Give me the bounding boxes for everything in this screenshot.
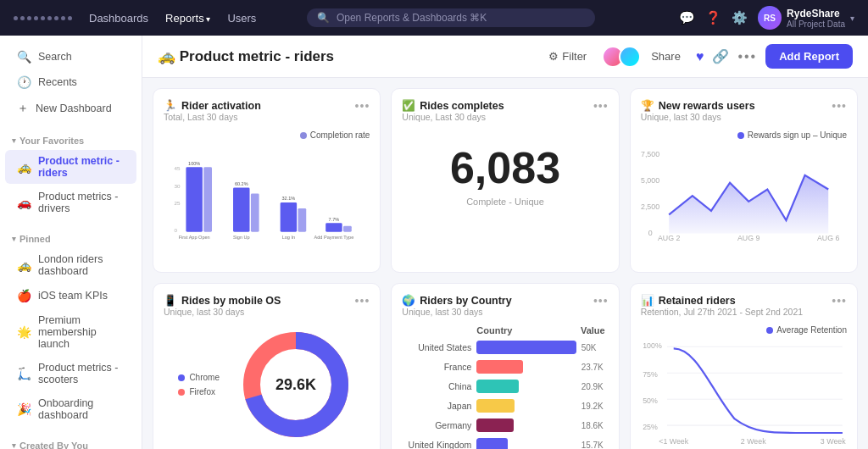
clock-icon: 🕐 <box>17 75 31 89</box>
sidebar-new-dashboard-label: New Dashboard <box>36 103 112 114</box>
header-actions: ⚙ Filter Share ♥ 🔗 ••• Add Report <box>542 44 853 69</box>
card-title-text: New rewards users <box>659 100 755 112</box>
svg-rect-8 <box>233 188 249 232</box>
card-title-text: Rider activation <box>181 100 261 112</box>
svg-rect-13 <box>298 208 307 232</box>
nav-users[interactable]: Users <box>227 12 256 25</box>
share-button[interactable]: Share <box>644 47 687 66</box>
card-icon: 🏃 <box>164 99 177 112</box>
svg-text:Log In: Log In <box>282 235 295 240</box>
sidebar-favorites-section: ▾ Your Favorites <box>0 129 142 149</box>
sidebar-recents[interactable]: 🕐 Recents <box>5 70 136 94</box>
svg-text:50%: 50% <box>643 396 658 405</box>
big-number: 6,083 <box>402 146 608 190</box>
filter-button[interactable]: ⚙ Filter <box>542 47 593 66</box>
svg-text:Add Payment Type: Add Payment Type <box>314 235 354 240</box>
svg-rect-5 <box>203 167 212 231</box>
firefox-dot <box>178 389 185 396</box>
sidebar-new-dashboard[interactable]: ＋ New Dashboard <box>5 96 136 121</box>
nav-dashboards[interactable]: Dashboards <box>89 12 148 25</box>
legend-item-chrome: Chrome <box>178 373 220 382</box>
plus-icon: ＋ <box>17 101 29 116</box>
sidebar-item-ios-kpis[interactable]: 🍎 iOS team KPIs <box>5 284 136 308</box>
chevron-icon: ▾ <box>12 136 16 145</box>
global-search[interactable]: 🔍 Open Reports & Dashboards ⌘K <box>307 8 595 27</box>
sidebar-item-label: Product metric - riders <box>38 155 125 179</box>
app-dots-icon[interactable] <box>14 16 72 20</box>
help-icon[interactable]: ❓ <box>705 10 721 25</box>
main-content: 🚕 Product metric - riders ⚙ Filter Share… <box>142 36 868 449</box>
user-menu[interactable]: RS RydeShare All Project Data ▾ <box>758 6 854 30</box>
card-icon: 📊 <box>641 294 654 307</box>
card-menu-button[interactable]: ••• <box>593 99 609 113</box>
card-menu-button[interactable]: ••• <box>355 294 370 308</box>
sidebar-pinned-section: ▾ Pinned <box>0 227 142 247</box>
card-subtitle: Retention, Jul 27th 2021 - Sept 2nd 2021 <box>641 307 803 317</box>
country-row: United States 50K <box>402 341 608 354</box>
card-menu-button[interactable]: ••• <box>355 99 370 113</box>
chat-icon[interactable]: 💬 <box>679 10 695 25</box>
card-icon: 🌍 <box>402 294 415 307</box>
card-subtitle: Unique, last 30 days <box>402 307 511 317</box>
favorite-button[interactable]: ♥ <box>696 49 704 64</box>
card-icon: 📱 <box>164 294 177 307</box>
retained-riders-card: 📊 Retained riders Retention, Jul 27th 20… <box>630 283 858 449</box>
rewards-chart: 7,500 5,000 2,500 0 AUG 2 AUG 9 AUG 6 <box>641 143 847 245</box>
sidebar-search[interactable]: 🔍 Search <box>5 45 136 69</box>
svg-text:100%: 100% <box>643 341 662 350</box>
sidebar-item-product-metric-riders[interactable]: 🚕 Product metric - riders <box>5 150 136 184</box>
retention-chart: 100% 75% 50% 25% <1 Week 2 Week <box>641 338 847 448</box>
donut-center-value: 29.6K <box>275 376 316 393</box>
filter-label: Filter <box>562 50 587 63</box>
more-options-button[interactable]: ••• <box>737 49 757 64</box>
page-title: 🚕 Product metric - riders <box>158 47 533 65</box>
donut-chart: 29.6K <box>236 325 355 444</box>
svg-rect-12 <box>281 202 297 232</box>
card-menu-button[interactable]: ••• <box>832 294 847 308</box>
card-subtitle: Unique, last 30 days <box>164 307 281 317</box>
country-rows: United States 50K France 23.7K China 20.… <box>402 341 608 449</box>
sidebar-item-onboarding[interactable]: 🎉 Onboarding dashboard <box>5 392 136 426</box>
search-icon: 🔍 <box>317 12 330 24</box>
chrome-label: Chrome <box>189 373 220 382</box>
card-subtitle: Unique, Last 30 days <box>402 112 504 122</box>
sidebar-search-label: Search <box>38 51 72 63</box>
sidebar-item-scooters[interactable]: 🛴 Product metrics - scooters <box>5 357 136 391</box>
nav-reports[interactable]: Reports <box>165 12 210 25</box>
settings-icon[interactable]: ⚙️ <box>732 10 748 25</box>
svg-text:2 Week: 2 Week <box>740 437 765 446</box>
country-bar <box>476 360 576 374</box>
card-subtitle: Unique, last 30 days <box>641 112 755 122</box>
donut-area: Chrome Firefox 29.6K <box>164 325 370 444</box>
svg-text:30: 30 <box>175 183 181 189</box>
sidebar-item-product-metrics-drivers[interactable]: 🚗 Product metrics - drivers <box>5 186 136 219</box>
svg-text:75%: 75% <box>643 370 658 379</box>
svg-text:Sign Up: Sign Up <box>233 235 250 240</box>
svg-rect-16 <box>326 223 342 231</box>
card-title-text: Riders by Country <box>420 295 511 307</box>
add-report-button[interactable]: Add Report <box>765 44 853 69</box>
card-menu-button[interactable]: ••• <box>832 99 847 113</box>
value-col-header: Value <box>581 325 605 335</box>
country-row: Japan 19.2K <box>402 399 608 413</box>
svg-text:AUG 6: AUG 6 <box>817 234 840 242</box>
country-row: United Kingdom 15.7K <box>402 438 608 449</box>
country-bar <box>476 399 576 413</box>
card-menu-button[interactable]: ••• <box>593 294 609 308</box>
new-rewards-card: 🏆 New rewards users Unique, last 30 days… <box>630 88 858 273</box>
sidebar-item-label: Product metrics - drivers <box>38 191 125 214</box>
country-row: France 23.7K <box>402 360 608 374</box>
sidebar-item-london-riders[interactable]: 🚕 London riders dashboard <box>5 248 136 282</box>
link-button[interactable]: 🔗 <box>712 48 729 64</box>
svg-text:45: 45 <box>175 165 181 171</box>
sidebar-recents-label: Recents <box>38 76 77 88</box>
share-label: Share <box>651 50 681 63</box>
svg-text:7,500: 7,500 <box>641 150 659 158</box>
sidebar-item-label: Product metrics - scooters <box>38 362 125 385</box>
chevron-icon: ▾ <box>12 441 16 449</box>
svg-text:60.2%: 60.2% <box>235 181 248 186</box>
card-subtitle: Total, Last 30 days <box>164 112 261 122</box>
user-project: All Project Data <box>787 19 845 29</box>
sidebar-item-membership[interactable]: 🌟 Premium membership launch <box>5 309 136 355</box>
card-title-text: Rides by mobile OS <box>181 295 281 307</box>
